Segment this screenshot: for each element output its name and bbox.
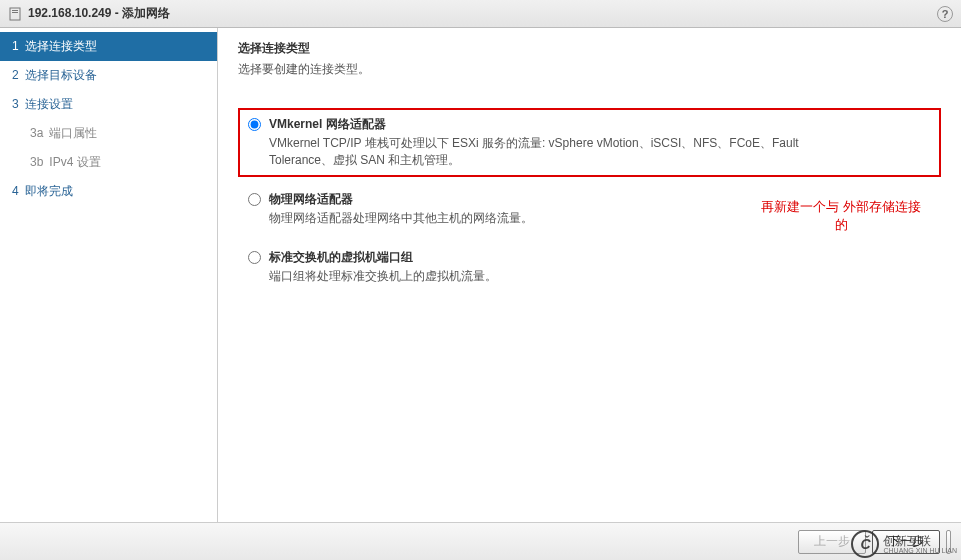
step-connection-settings[interactable]: 3连接设置 [0, 90, 217, 119]
option-vmkernel-label: VMkernel 网络适配器 [269, 116, 799, 133]
step-ready-complete[interactable]: 4即将完成 [0, 177, 217, 206]
host-icon [8, 7, 22, 21]
option-physical-desc: 物理网络适配器处理网络中其他主机的网络流量。 [269, 210, 533, 227]
step-target-device[interactable]: 2选择目标设备 [0, 61, 217, 90]
wizard-footer: 上一步 下一步 [0, 522, 961, 560]
step-port-properties[interactable]: 3a端口属性 [0, 119, 217, 148]
page-heading: 选择连接类型 [238, 40, 941, 57]
option-physical-label: 物理网络适配器 [269, 191, 533, 208]
svg-rect-1 [12, 10, 18, 11]
wizard-sidebar: 1选择连接类型 2选择目标设备 3连接设置 3a端口属性 3bIPv4 设置 4… [0, 28, 218, 522]
annotation-text: 再新建一个与 外部存储连接 的 [761, 198, 921, 234]
option-vmkernel[interactable]: VMkernel 网络适配器 VMkernel TCP/IP 堆栈可处理以下 E… [238, 108, 941, 177]
radio-vm-portgroup[interactable] [248, 251, 261, 264]
watermark-logo-icon: Č [851, 530, 879, 558]
svg-rect-2 [12, 12, 18, 13]
page-subtitle: 选择要创建的连接类型。 [238, 61, 941, 78]
radio-vmkernel[interactable] [248, 118, 261, 131]
option-vm-portgroup-label: 标准交换机的虚拟机端口组 [269, 249, 497, 266]
option-vmkernel-desc: VMkernel TCP/IP 堆栈可处理以下 ESXi 服务的流量: vSph… [269, 135, 799, 169]
step-connection-type[interactable]: 1选择连接类型 [0, 32, 217, 61]
watermark: Č 创新互联 CHUANG XIN HU LIAN [851, 530, 957, 558]
titlebar: 192.168.10.249 - 添加网络 ? [0, 0, 961, 28]
radio-physical-adapter[interactable] [248, 193, 261, 206]
main-panel: 选择连接类型 选择要创建的连接类型。 VMkernel 网络适配器 VMkern… [218, 28, 961, 522]
svg-rect-0 [10, 8, 20, 20]
option-vm-portgroup-desc: 端口组将处理标准交换机上的虚拟机流量。 [269, 268, 497, 285]
help-icon[interactable]: ? [937, 6, 953, 22]
window-title: 192.168.10.249 - 添加网络 [28, 5, 170, 22]
step-ipv4-settings[interactable]: 3bIPv4 设置 [0, 148, 217, 177]
option-vm-portgroup[interactable]: 标准交换机的虚拟机端口组 端口组将处理标准交换机上的虚拟机流量。 [238, 241, 941, 293]
watermark-text: 创新互联 CHUANG XIN HU LIAN [883, 535, 957, 554]
